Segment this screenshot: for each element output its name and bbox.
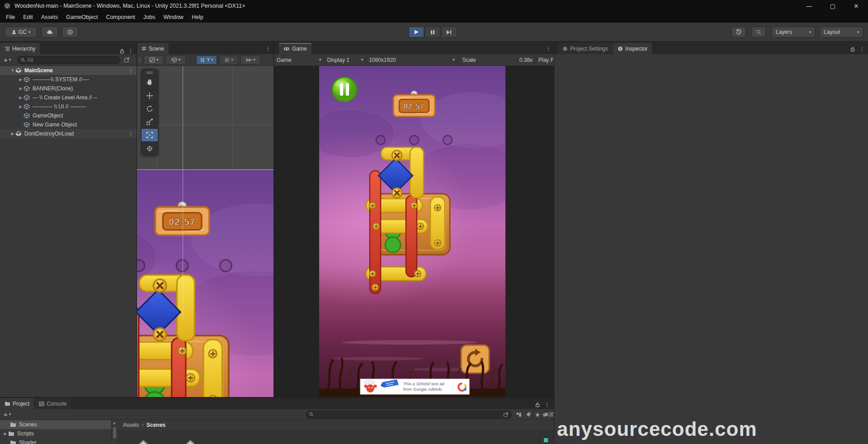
close-button[interactable]: ✕ <box>844 0 868 12</box>
gizmo-cube-icon <box>171 57 177 63</box>
view-hand-tool[interactable] <box>142 76 158 89</box>
hierarchy-row[interactable]: ▶ --- \\ Create Level Area // -- <box>0 93 137 102</box>
folder-row-scripts[interactable]: ▶ Scripts <box>0 429 111 438</box>
cloud-icon <box>47 30 53 34</box>
asset-grid[interactable] <box>118 430 554 444</box>
panel-menu-icon[interactable]: ⋮ <box>265 45 271 52</box>
scroll-up-icon[interactable]: ▲ <box>112 421 117 425</box>
menu-edit[interactable]: Edit <box>19 12 37 23</box>
play-focused-dropdown[interactable]: Play F <box>538 57 554 63</box>
hierarchy-row[interactable]: ▶ BANNER(Clone) <box>0 84 137 93</box>
version-control-button[interactable] <box>62 27 78 37</box>
overlay-handle[interactable] <box>142 69 158 76</box>
hidden-packages-icon[interactable] <box>542 412 549 417</box>
folder-row-scenes[interactable]: Scenes <box>0 420 111 429</box>
scene-viewport[interactable] <box>137 66 274 397</box>
menu-jobs[interactable]: Jobs <box>139 12 159 23</box>
expand-arrow-icon[interactable]: ▶ <box>18 86 24 91</box>
scale-tool[interactable] <box>142 116 158 129</box>
row-menu-icon[interactable]: ⋮ <box>127 131 134 137</box>
grid-snap-button[interactable]: ▾ <box>219 56 238 65</box>
panel-menu-icon[interactable]: ⋮ <box>545 45 552 52</box>
folder-row-shader[interactable]: Shader <box>0 438 111 444</box>
tab-hierarchy[interactable]: Hierarchy <box>0 43 40 54</box>
layers-dropdown[interactable]: Layers▾ <box>772 27 815 37</box>
tab-console[interactable]: Console <box>34 398 71 409</box>
project-panel: Project Console ⋮ + ▾ 30 Scenes ▶ <box>0 397 554 444</box>
overlay-drag-handle[interactable] <box>139 57 142 63</box>
tab-project-settings[interactable]: Project Settings <box>558 43 613 54</box>
game-viewport[interactable] <box>274 66 554 397</box>
panel-menu-icon[interactable]: ⋮ <box>127 47 134 54</box>
favorites-icon[interactable] <box>535 412 540 417</box>
create-asset-button[interactable]: + <box>4 411 8 418</box>
menu-help[interactable]: Help <box>188 12 208 23</box>
menu-component[interactable]: Component <box>102 12 139 23</box>
move-tool[interactable] <box>142 89 158 103</box>
asset-file-icon[interactable] <box>184 440 196 444</box>
gizmo-cube-button[interactable]: ▾ <box>166 56 186 65</box>
menu-gameobject[interactable]: GameObject <box>62 12 102 23</box>
folder-tree-scrollbar[interactable]: ▲ <box>111 420 117 444</box>
global-search-button[interactable] <box>751 27 766 37</box>
maximize-button[interactable]: ▢ <box>821 0 844 12</box>
tab-inspector[interactable]: Inspector <box>613 43 652 54</box>
hierarchy-row-dontdestroyonload[interactable]: ▶ DontDestroyOnLoad ⋮ <box>0 129 137 138</box>
breadcrumb-root[interactable]: Assets <box>123 422 139 428</box>
tab-project[interactable]: Project <box>0 398 34 409</box>
menu-file[interactable]: File <box>2 12 19 23</box>
create-add-button[interactable]: + <box>4 56 8 64</box>
expand-arrow-icon[interactable]: ▶ <box>18 104 24 109</box>
open-search-window-icon[interactable] <box>503 412 509 417</box>
breadcrumb-current[interactable]: Scenes <box>146 422 165 428</box>
display-dropdown[interactable]: Display 1▾ <box>327 57 363 63</box>
lock-icon[interactable] <box>535 402 540 407</box>
row-menu-icon[interactable]: ⋮ <box>127 67 134 74</box>
add-dropdown-caret[interactable]: ▾ <box>9 58 11 62</box>
expand-arrow-icon[interactable]: ▶ <box>18 95 24 100</box>
panel-menu-icon[interactable]: ⋮ <box>859 46 865 52</box>
layout-dropdown[interactable]: Layout▾ <box>820 27 863 37</box>
tab-game[interactable]: Game <box>279 43 311 54</box>
hierarchy-row-mainscene[interactable]: ▼ MainScene ⋮ <box>0 66 137 75</box>
account-button[interactable]: GC▾ <box>5 27 37 37</box>
game-canvas[interactable] <box>319 66 505 397</box>
snap-increment-button[interactable]: ▾ <box>241 56 260 65</box>
menu-window[interactable]: Window <box>159 12 187 23</box>
hierarchy-row[interactable]: GameObject <box>0 111 137 120</box>
lock-icon[interactable] <box>119 48 125 54</box>
resolution-dropdown[interactable]: 1080x1920▾ <box>369 57 455 63</box>
expand-arrow-icon[interactable]: ▶ <box>10 131 15 136</box>
step-button[interactable] <box>441 27 457 37</box>
transform-tool[interactable] <box>142 142 158 155</box>
panel-menu-icon[interactable]: ⋮ <box>544 401 550 408</box>
expand-arrow-icon[interactable]: ▼ <box>10 68 15 73</box>
hierarchy-row[interactable]: ▶ ----------- \\ UI // --------- <box>0 102 137 111</box>
hierarchy-search-input[interactable]: All <box>17 56 120 64</box>
lock-icon[interactable] <box>850 47 855 52</box>
create-dropdown-caret[interactable]: ▾ <box>9 412 11 416</box>
cloud-button[interactable] <box>42 27 58 37</box>
draw-mode-button[interactable]: ▾ <box>144 56 164 65</box>
hierarchy-row[interactable]: ▶ ----------\\ SYSTEM //---- <box>0 75 137 84</box>
project-search-input[interactable] <box>306 411 512 419</box>
project-content-pane[interactable]: Assets › Scenes <box>118 420 554 444</box>
menu-assets[interactable]: Assets <box>37 12 62 23</box>
expand-arrow-icon[interactable]: ▶ <box>3 431 8 436</box>
grid-axis-button[interactable]: Y ▾ <box>196 56 217 65</box>
pause-button[interactable] <box>425 27 440 37</box>
rotate-tool[interactable] <box>142 103 158 116</box>
game-mode-dropdown[interactable]: Game▾ <box>277 57 321 63</box>
asset-file-icon[interactable] <box>137 440 149 444</box>
expand-arrow-icon[interactable]: ▶ <box>18 77 24 82</box>
play-button[interactable] <box>409 27 424 37</box>
undo-history-button[interactable] <box>731 27 746 37</box>
hierarchy-row[interactable]: New Game Object <box>0 120 137 129</box>
scene-picking-icon[interactable] <box>124 57 130 63</box>
tab-scene[interactable]: Scene <box>137 43 169 54</box>
search-by-label-icon[interactable] <box>526 412 531 417</box>
rect-tool[interactable] <box>142 129 158 142</box>
scrollbar-thumb[interactable] <box>113 427 116 439</box>
search-by-type-icon[interactable] <box>516 412 522 417</box>
minimize-button[interactable]: — <box>797 0 821 12</box>
